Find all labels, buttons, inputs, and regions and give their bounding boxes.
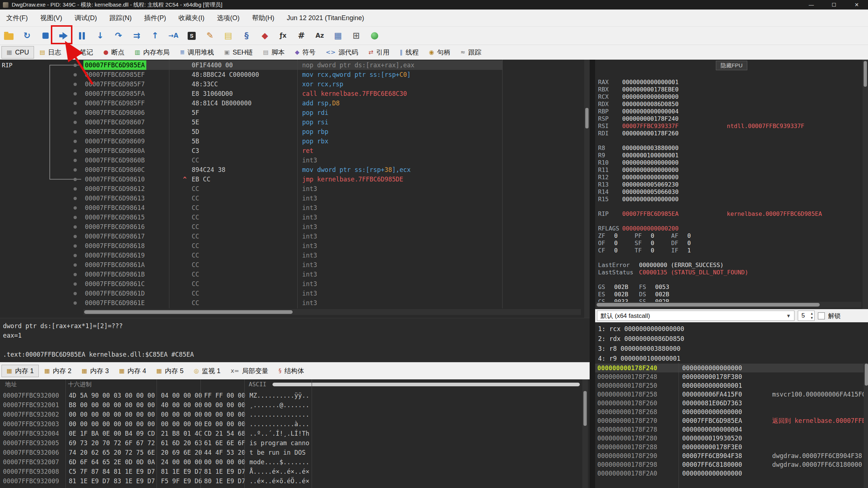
dump-row[interactable]: 00007FFBC932008C5 7F 87 84 81 1E E9 D781… — [0, 467, 578, 476]
run-to-user-code-button[interactable]: ⇉ — [130, 29, 143, 42]
tab-handles[interactable]: ◉句柄 — [424, 46, 455, 59]
tab-dump-5[interactable]: ▦内存 5 — [152, 365, 188, 377]
dump-horizontal-scrollbar[interactable] — [273, 383, 580, 386]
stack-row[interactable]: 000000000178F27000007FFBC6D985EA返回到 kern… — [595, 416, 864, 425]
argument-row[interactable]: 4: r9 0000000100000001 — [598, 354, 868, 363]
menu-debug[interactable]: 调试(D) — [68, 10, 103, 26]
unlock-checkbox[interactable] — [818, 312, 825, 319]
menu-view[interactable]: 视图(V) — [34, 10, 68, 26]
disasm-row[interactable]: 00007FFBC6D986075Epop rsi — [83, 117, 502, 127]
dump-row[interactable]: 00007FFBC9320004D 5A 90 00 03 00 00 0004… — [0, 391, 578, 400]
stepper-arrows-icon[interactable]: ▲▼ — [810, 311, 813, 320]
menu-plugins[interactable]: 插件(P) — [138, 10, 172, 26]
font-button[interactable]: Az — [313, 29, 326, 42]
stop-button[interactable] — [39, 29, 52, 42]
disassembly-vertical-scrollbar[interactable] — [584, 60, 590, 318]
tab-memory-map[interactable]: ▥内存布局 — [130, 46, 174, 59]
stack-row[interactable]: 000000000178F2400000000000000000 — [595, 364, 864, 372]
tab-dump-4[interactable]: ▦内存 4 — [114, 365, 151, 377]
menu-options[interactable]: 选项(O) — [211, 10, 246, 26]
argument-count-stepper[interactable]: 5 ▲▼ — [798, 311, 815, 321]
menu-build-date[interactable]: Jun 12 2021 (TitanEngine) — [281, 10, 370, 26]
breakpoint-dot[interactable] — [74, 73, 77, 76]
stack-row[interactable]: 000000000178F2680000000000000000 — [595, 408, 864, 416]
step-over-button[interactable]: ↷ — [112, 29, 125, 42]
breakpoint-dot[interactable] — [74, 273, 77, 276]
patch-button[interactable]: ✎ — [203, 29, 217, 42]
register-row[interactable]: R140000000005066030 — [595, 188, 862, 196]
register-row[interactable]: RFLAGS0000000000000200 — [595, 225, 862, 232]
stack-vertical-scrollbar[interactable] — [864, 363, 868, 488]
register-row[interactable]: ES002BDS002B — [595, 291, 862, 298]
breakpoint-dot[interactable] — [74, 263, 77, 267]
animate-into-button[interactable]: →A — [167, 29, 180, 42]
breakpoint-dot[interactable] — [74, 254, 77, 257]
tab-dump-3[interactable]: ▦内存 3 — [77, 365, 113, 377]
register-row[interactable]: LastStatusC0000135 (STATUS_DLL_NOT_FOUND… — [595, 269, 862, 276]
tab-log[interactable]: ▤日志 — [35, 46, 66, 59]
breakpoint-dot[interactable] — [74, 121, 77, 124]
execute-till-return-button[interactable]: ↑ — [149, 29, 162, 42]
stack-row[interactable]: 000000000178F2500000000000000001 — [595, 381, 864, 390]
register-row[interactable]: RBP0000000000000004 — [595, 108, 862, 115]
report-button[interactable]: ▦ — [331, 29, 345, 42]
column-separator[interactable] — [65, 379, 66, 488]
breakpoint-dot[interactable] — [74, 149, 77, 153]
register-row[interactable]: RCX0000000000000000 — [595, 93, 862, 101]
column-separator[interactable] — [297, 60, 298, 308]
script-button[interactable]: S — [185, 29, 198, 42]
breakpoint-dot[interactable] — [74, 197, 77, 200]
tab-watch-1[interactable]: ◎监视 1 — [189, 365, 225, 377]
tab-notes[interactable]: ▤笔记 — [67, 46, 98, 59]
disasm-row[interactable]: 00007FFBC6D98614CCint3 — [83, 203, 502, 213]
column-separator[interactable] — [679, 363, 679, 488]
register-row[interactable]: CF0TF0IF1 — [595, 247, 862, 254]
disasm-row[interactable]: 00007FFBC6D986095Bpop rbx — [83, 136, 502, 146]
tab-breakpoints[interactable]: ●断点 — [98, 46, 129, 59]
disasm-row[interactable]: 00007FFBC6D985F748:33CCxor rcx,rsp — [83, 79, 502, 89]
hide-fpu-button[interactable]: 隐藏FPU — [716, 61, 747, 70]
menu-favourites[interactable]: 收藏夹(I) — [172, 10, 211, 26]
settings-button[interactable] — [368, 29, 381, 42]
register-row[interactable]: LastError00000000 (ERROR_SUCCESS) — [595, 262, 862, 269]
dump-row[interactable]: 00007FFBC93200200 00 00 00 00 00 00 0000… — [0, 410, 578, 419]
dump-row[interactable]: 00007FFBC93200300 00 00 00 00 00 00 0000… — [0, 419, 578, 429]
column-separator[interactable] — [200, 379, 201, 488]
step-into-button[interactable]: ↓ — [94, 29, 107, 42]
stack-row[interactable]: 000000000178F26000000081E06D7363 — [595, 399, 864, 408]
breakpoint-dot[interactable] — [74, 178, 77, 181]
register-row[interactable]: R100000000000000000 — [595, 159, 862, 166]
disasm-row[interactable]: 00007FFBC6D985FAE8 31060D00call kernelba… — [83, 89, 502, 98]
menu-trace[interactable]: 跟踪(N) — [103, 10, 138, 26]
breakpoint-dot[interactable] — [74, 140, 77, 143]
dump-row[interactable]: 00007FFBC93200569 73 20 70 72 6F 67 7261… — [0, 438, 578, 448]
breakpoint-dot[interactable] — [74, 92, 77, 95]
register-row[interactable]: RDX00000000086D0850 — [595, 101, 862, 108]
column-separator[interactable] — [312, 379, 312, 488]
breakpoint-dot[interactable] — [74, 244, 77, 248]
attach-button[interactable]: § — [240, 29, 253, 42]
breakpoint-dot[interactable] — [74, 168, 77, 172]
disasm-row[interactable]: 00007FFBC6D98619CCint3 — [83, 251, 502, 260]
disasm-row[interactable]: 00007FFBC6D98616CCint3 — [83, 222, 502, 232]
breakpoint-dot[interactable] — [74, 282, 77, 286]
menu-file[interactable]: 文件(F) — [0, 10, 34, 26]
dump-row[interactable]: 00007FFBC93200981 1E E9 D7 83 1E E9 D7F5… — [0, 476, 578, 486]
menu-help[interactable]: 帮助(H) — [246, 10, 281, 26]
calling-convention-select[interactable]: 默认 (x64 fastcall) ▼ — [597, 311, 794, 321]
column-separator[interactable] — [502, 60, 503, 308]
bookmark-button[interactable]: ◆ — [258, 29, 271, 42]
register-row[interactable]: R110000000000000000 — [595, 166, 862, 174]
breakpoint-dot[interactable] — [74, 83, 77, 86]
stack-row[interactable]: 000000000178F29800007FF6C8180000dwgdraw.… — [595, 460, 864, 469]
comment-button[interactable]: ▤ — [222, 29, 235, 42]
run-button[interactable] — [57, 29, 70, 42]
register-row[interactable]: ZF0PF0AF0 — [595, 232, 862, 240]
breakpoint-dot[interactable] — [74, 187, 77, 191]
breakpoint-dot[interactable] — [74, 292, 77, 295]
breakpoint-dot[interactable] — [74, 64, 77, 67]
column-separator[interactable] — [244, 379, 245, 488]
register-row[interactable]: RSI00007FFBC939337Fntdll.00007FFBC939337… — [595, 123, 862, 130]
argument-list[interactable]: 1: rcx 00000000000000002: rdx 0000000008… — [595, 322, 868, 363]
disasm-row[interactable]: 00007FFBC6D9860BCCint3 — [83, 155, 502, 165]
